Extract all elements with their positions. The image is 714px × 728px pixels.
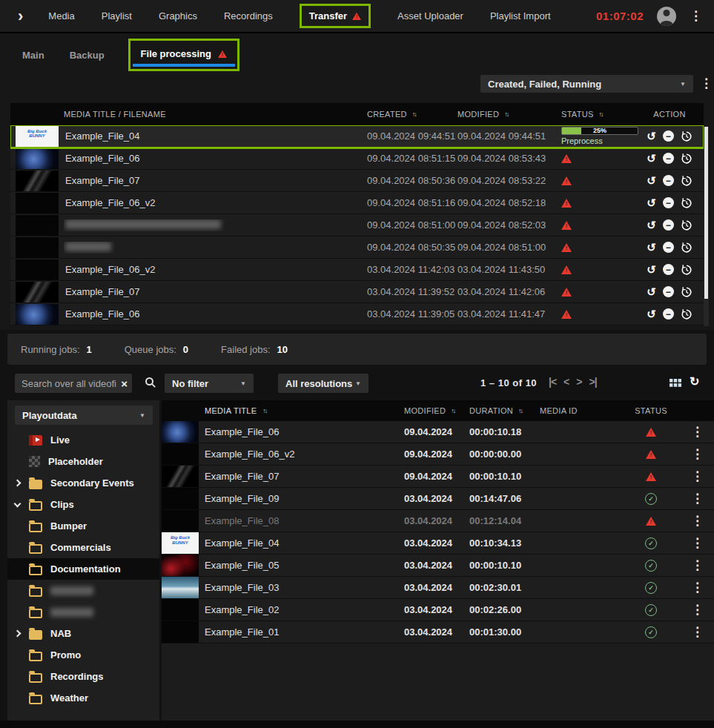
search-input[interactable] (22, 378, 118, 389)
table-row[interactable]: Example_File_07 03.04.2024 11:39:52 03.0… (10, 281, 704, 303)
retry-icon[interactable]: ↺ (647, 130, 656, 143)
retry-icon[interactable]: ↺ (647, 219, 656, 232)
tree-item[interactable]: Live (7, 429, 159, 451)
last-page-icon[interactable]: >| (589, 376, 596, 388)
expand-menu-icon[interactable]: › (18, 8, 23, 24)
table-row[interactable]: Example_File_04 03.04.2024 00:10:34.13 ✓… (162, 532, 714, 555)
history-icon[interactable] (681, 153, 692, 165)
cancel-icon[interactable]: − (663, 175, 674, 186)
tree-item[interactable] (7, 580, 159, 601)
scrollbar-thumb[interactable] (704, 127, 708, 299)
column-header-media-id[interactable]: MEDIA ID (540, 406, 621, 415)
table-row[interactable]: Example_File_06 03.04.2024 11:39:05 03.0… (10, 303, 704, 325)
table-row[interactable]: Example_File_03 03.04.2024 00:02:30.01 ✓… (162, 577, 714, 599)
column-header-status[interactable]: STATUS (621, 406, 681, 415)
retry-icon[interactable]: ↺ (647, 285, 656, 299)
row-kebab-icon[interactable]: ⋮ (691, 559, 704, 572)
row-kebab-icon[interactable]: ⋮ (691, 448, 704, 460)
column-header-title[interactable]: MEDIA TITLE / FILENAME (64, 110, 361, 119)
retry-icon[interactable]: ↺ (647, 174, 656, 188)
tree-item[interactable]: Promo (7, 644, 159, 666)
column-header-modified[interactable]: MODIFIED↑↓ (452, 110, 541, 119)
table-row[interactable]: 09.04.2024 08:50:35 09.04.2024 08:51:00 … (10, 236, 704, 259)
history-icon[interactable] (681, 286, 692, 298)
user-avatar-icon[interactable] (657, 7, 676, 26)
table-row[interactable]: Example_File_01 03.04.2024 00:01:30.00 ✓… (162, 621, 714, 643)
table-row[interactable]: Example_File_04 09.04.2024 09:44:51 09.0… (10, 125, 704, 148)
nav-item[interactable]: Media (48, 10, 74, 21)
row-kebab-icon[interactable]: ⋮ (691, 581, 704, 594)
column-header-modified[interactable]: MODIFIED↑↓ (404, 406, 469, 415)
expand-chevron-icon[interactable] (14, 480, 22, 487)
nav-item[interactable]: Graphics (159, 10, 197, 21)
expand-chevron-icon[interactable] (14, 630, 22, 638)
first-page-icon[interactable]: |< (549, 376, 556, 388)
row-kebab-icon[interactable]: ⋮ (691, 514, 704, 527)
search-icon[interactable] (145, 377, 153, 385)
cancel-icon[interactable]: − (663, 308, 674, 320)
tab[interactable]: Main (21, 44, 46, 67)
cancel-icon[interactable]: − (663, 153, 674, 164)
expand-chevron-icon[interactable] (14, 500, 22, 507)
cancel-icon[interactable]: − (663, 130, 674, 142)
cancel-icon[interactable]: − (663, 264, 674, 275)
row-kebab-icon[interactable]: ⋮ (691, 626, 704, 638)
table-row[interactable]: Example_File_07 09.04.2024 08:50:36 09.0… (10, 170, 704, 192)
retry-icon[interactable]: ↺ (647, 152, 656, 165)
sort-icon[interactable]: ↑↓ (599, 110, 603, 118)
history-icon[interactable] (681, 175, 692, 187)
cancel-icon[interactable]: − (663, 219, 674, 231)
retry-icon[interactable]: ↺ (647, 263, 656, 277)
table-row[interactable]: Example_File_08 03.04.2024 00:12:14.04 ⋮ (162, 510, 714, 532)
tree-item[interactable]: Commercials (7, 537, 159, 558)
table-row[interactable]: Example_File_06_v2 03.04.2024 11:42:03 0… (10, 259, 704, 281)
tab[interactable]: Backup (68, 44, 106, 67)
refresh-icon[interactable]: ↻ (690, 374, 699, 388)
tree-item[interactable] (7, 601, 159, 623)
history-icon[interactable] (681, 242, 692, 254)
sort-icon[interactable]: ↑↓ (451, 407, 454, 414)
kebab-menu-icon[interactable]: ⋮ (690, 10, 702, 22)
next-page-icon[interactable]: > (576, 376, 581, 388)
history-icon[interactable] (681, 219, 692, 231)
grid-view-icon[interactable] (670, 378, 681, 389)
row-kebab-icon[interactable]: ⋮ (691, 426, 704, 438)
column-header-status[interactable]: STATUS↑↓ (541, 110, 635, 119)
table-row[interactable]: Example_File_06_v2 09.04.2024 00:00:00.0… (162, 443, 714, 466)
nav-item[interactable]: Playlist (102, 10, 132, 21)
root-location-dropdown[interactable]: Playoutdata ▼ (15, 406, 153, 425)
table-row[interactable]: Example_File_06_v2 09.04.2024 08:51:16 0… (10, 192, 704, 214)
table-row[interactable]: Example_File_07 09.04.2024 00:00:10.10 ⋮ (162, 466, 714, 488)
tree-item[interactable]: Documentation (7, 558, 159, 580)
sort-icon[interactable]: ↑↓ (518, 407, 522, 414)
column-header-created[interactable]: CREATED↑↓ (361, 110, 452, 119)
column-header-media-title[interactable]: MEDIA TITLE↑↓ (199, 406, 392, 415)
tree-item[interactable]: Bumper (7, 515, 159, 537)
sort-icon[interactable]: ↑↓ (262, 407, 266, 414)
tree-item[interactable]: Secondary Events (7, 472, 159, 494)
cancel-icon[interactable]: − (663, 286, 674, 297)
retry-icon[interactable]: ↺ (647, 241, 656, 254)
row-kebab-icon[interactable]: ⋮ (691, 603, 704, 616)
table-row[interactable]: Example_File_05 03.04.2024 00:00:10.10 ✓… (162, 555, 714, 577)
retry-icon[interactable]: ↺ (647, 308, 656, 321)
history-icon[interactable] (681, 197, 692, 209)
table-row[interactable]: Example_File_06 09.04.2024 00:00:10.18 ⋮ (162, 421, 714, 443)
table-row[interactable]: Example_File_09 03.04.2024 00:14:47.06 ✓… (162, 488, 714, 510)
tab[interactable]: File processing (128, 39, 239, 71)
history-icon[interactable] (681, 130, 692, 142)
cancel-icon[interactable]: − (663, 197, 674, 208)
status-filter-dropdown[interactable]: Created, Failed, Running ▼ (480, 75, 693, 93)
tree-item[interactable]: Recordings (7, 666, 159, 687)
retry-icon[interactable]: ↺ (647, 196, 656, 210)
table-row[interactable]: Example_File_06 09.04.2024 08:51:15 09.0… (10, 148, 704, 170)
row-kebab-icon[interactable]: ⋮ (691, 492, 704, 505)
sort-icon[interactable]: ↑↓ (504, 110, 508, 118)
table-row[interactable]: 09.04.2024 08:51:00 09.04.2024 08:52:03 … (10, 214, 704, 236)
filter-dropdown[interactable]: No filter ▼ (165, 374, 254, 393)
table-row[interactable]: Example_File_02 03.04.2024 00:02:26.00 ✓… (162, 599, 714, 621)
history-icon[interactable] (681, 264, 692, 276)
nav-item[interactable]: Transfer (300, 4, 371, 28)
tree-item[interactable]: Weather (7, 687, 159, 709)
previous-page-icon[interactable]: < (563, 376, 569, 388)
